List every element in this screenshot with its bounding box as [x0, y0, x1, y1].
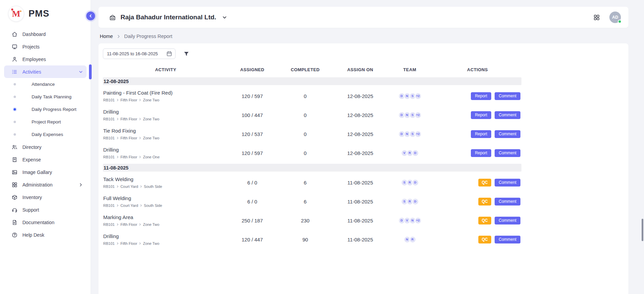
- path-segment: Zone Two: [143, 136, 159, 140]
- online-status-dot: [618, 20, 622, 23]
- apps-grid-icon[interactable]: [593, 14, 600, 21]
- table-row: Drilling RB101Fifth FloorZone One 120 / …: [103, 143, 521, 162]
- assign-on-value: 11-08-2025: [334, 218, 386, 223]
- assigned-value: 100 / 447: [228, 112, 276, 118]
- chevron-right-icon: [116, 137, 119, 139]
- comment-button[interactable]: Comment: [495, 92, 520, 100]
- sidebar-item-image-gallary[interactable]: Image Gallary: [4, 166, 87, 178]
- qc-button[interactable]: QC: [478, 198, 491, 205]
- row-actions: QCComment: [434, 236, 521, 243]
- table-row: Tack Welding RB101Court YardSouth Side 6…: [103, 173, 521, 192]
- column-header-assigned: ASSIGNED: [228, 67, 276, 72]
- sidebar-collapse-button[interactable]: [86, 12, 95, 20]
- activity-name: Painting - First Coat (Fire Red): [103, 90, 226, 96]
- team-more-badge[interactable]: +2: [415, 93, 422, 100]
- qc-button[interactable]: QC: [478, 179, 491, 187]
- team-avatars: SRD: [386, 198, 434, 205]
- path-segment: RB101: [103, 241, 115, 246]
- path-segment: Court Yard: [121, 203, 138, 208]
- sidebar-item-documentation[interactable]: Documentation: [4, 216, 87, 229]
- scrollbar-thumb[interactable]: [642, 219, 643, 241]
- team-more-badge[interactable]: +2: [415, 112, 422, 119]
- active-item-indicator: [89, 64, 92, 79]
- report-button[interactable]: Report: [471, 111, 491, 119]
- submenu-item-daily-expenses[interactable]: Daily Expenses: [4, 128, 87, 141]
- team-avatars: NR: [386, 236, 434, 243]
- projects-icon: [12, 44, 18, 50]
- sidebar-item-label: Support: [18, 207, 83, 213]
- submenu-item-project-report[interactable]: Project Report: [4, 116, 87, 128]
- activity-cell: Painting - First Coat (Fire Red) RB101Fi…: [103, 88, 228, 104]
- company-selector[interactable]: Raja Bahadur International Ltd.: [109, 14, 227, 21]
- sidebar-item-label: Help Desk: [18, 232, 83, 238]
- sidebar-item-employees[interactable]: Employees: [4, 53, 87, 65]
- sidebar-item-help-desk[interactable]: Help Desk: [4, 229, 87, 241]
- activity-location-path: RB101Court YardSouth Side: [103, 203, 226, 208]
- submenu-item-daily-task-planning[interactable]: Daily Task Planning: [4, 91, 87, 103]
- team-more-badge[interactable]: +2: [415, 217, 422, 224]
- sidebar-item-projects[interactable]: Projects: [4, 40, 87, 53]
- sidebar-item-dashboard[interactable]: Dashboard: [4, 28, 87, 40]
- submenu-item-daily-progress-report[interactable]: Daily Progress Report: [4, 103, 87, 116]
- row-actions: QCComment: [434, 217, 521, 224]
- sidebar-item-inventory[interactable]: Inventory: [4, 191, 87, 203]
- gallery-icon: [12, 169, 18, 175]
- table-header-row: ACTIVITYASSIGNEDCOMPLETEDASSIGN ONTEAMAC…: [103, 63, 521, 76]
- chevron-down-icon: [222, 15, 227, 20]
- calendar-icon: [166, 51, 172, 57]
- activity-cell: Drilling RB101Fifth FloorZone Two: [103, 232, 228, 247]
- column-header-assign-on: ASSIGN ON: [334, 67, 386, 72]
- comment-button[interactable]: Comment: [495, 217, 520, 224]
- activity-name: Drilling: [103, 109, 226, 115]
- avatar-initials: AD: [612, 15, 618, 20]
- completed-value: 0: [276, 93, 334, 99]
- activity-name: Tie Rod Fixing: [103, 128, 226, 134]
- submenu-item-attendance[interactable]: Attendance: [4, 78, 87, 91]
- table-row: Drilling RB101Fifth FloorZone Two 100 / …: [103, 105, 521, 124]
- team-more-badge[interactable]: +2: [415, 131, 422, 138]
- team-member-avatar[interactable]: D: [412, 198, 419, 205]
- qc-button[interactable]: QC: [478, 217, 491, 224]
- assign-on-value: 12-08-2025: [334, 150, 386, 156]
- submenu-item-label: Daily Progress Report: [32, 107, 76, 112]
- comment-button[interactable]: Comment: [495, 149, 520, 157]
- comment-button[interactable]: Comment: [495, 236, 520, 243]
- date-range-input[interactable]: 11-08-2025 to 16-08-2025: [103, 48, 176, 59]
- user-avatar[interactable]: AD: [609, 12, 621, 23]
- activity-cell: Drilling RB101Fifth FloorZone One: [103, 145, 228, 161]
- comment-button[interactable]: Comment: [495, 198, 520, 205]
- row-actions: ReportComment: [434, 149, 521, 157]
- assign-on-value: 11-08-2025: [334, 237, 386, 242]
- sidebar-item-support[interactable]: Support: [4, 203, 87, 216]
- comment-button[interactable]: Comment: [495, 179, 520, 187]
- qc-button[interactable]: QC: [478, 236, 491, 243]
- path-segment: Zone Two: [143, 222, 159, 227]
- path-segment: RB101: [103, 136, 115, 140]
- sidebar-item-administration[interactable]: Administration: [4, 178, 87, 191]
- chevron-right-icon: [116, 223, 119, 226]
- chevron-right-icon: [139, 242, 141, 245]
- team-avatars: DVN+2: [386, 217, 434, 224]
- filter-icon[interactable]: [183, 51, 189, 57]
- activity-cell: Tie Rod Fixing RB101Fifth FloorZone Two: [103, 126, 228, 142]
- comment-button[interactable]: Comment: [495, 130, 520, 138]
- report-button[interactable]: Report: [471, 92, 491, 100]
- report-button[interactable]: Report: [471, 149, 491, 157]
- sidebar-item-activities[interactable]: Activities: [4, 65, 87, 78]
- building-icon: [109, 14, 116, 21]
- chevron-right-icon: [116, 185, 119, 188]
- sidebar-item-label: Inventory: [18, 195, 83, 200]
- sidebar-item-label: Directory: [18, 144, 83, 150]
- sidebar: M PMS Dashboard Projects Employees Activ…: [0, 0, 91, 294]
- chevron-right-icon: [139, 223, 141, 226]
- sidebar-item-expense[interactable]: Expense: [4, 153, 87, 166]
- team-member-avatar[interactable]: D: [412, 150, 419, 157]
- chevron-right-icon: [140, 185, 142, 188]
- report-button[interactable]: Report: [471, 130, 491, 138]
- sidebar-item-directory[interactable]: Directory: [4, 141, 87, 153]
- path-segment: Court Yard: [121, 184, 138, 189]
- breadcrumb-home[interactable]: Home: [100, 34, 113, 39]
- team-member-avatar[interactable]: R: [409, 236, 416, 243]
- team-member-avatar[interactable]: D: [412, 179, 419, 186]
- comment-button[interactable]: Comment: [495, 111, 520, 119]
